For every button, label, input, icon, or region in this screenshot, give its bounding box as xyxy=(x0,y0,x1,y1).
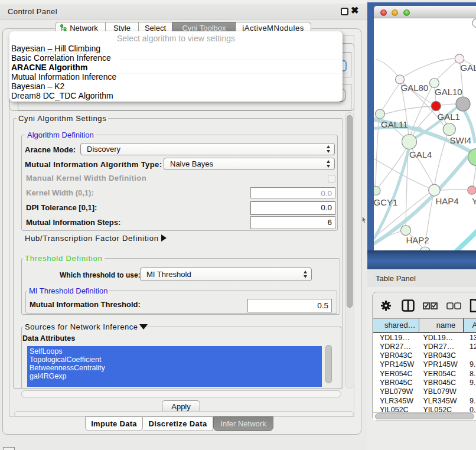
svg-text:Y: Y xyxy=(472,196,476,206)
svg-text:GAL4: GAL4 xyxy=(409,149,432,159)
svg-text:GAL: GAL xyxy=(461,63,476,73)
svg-text:GAL1: GAL1 xyxy=(438,112,460,122)
svg-text:GAL10: GAL10 xyxy=(435,87,462,97)
svg-text:GCY1: GCY1 xyxy=(374,197,397,207)
svg-text:HAP2: HAP2 xyxy=(406,235,429,245)
svg-text:GAL11: GAL11 xyxy=(381,119,408,129)
svg-text:HAP4: HAP4 xyxy=(436,196,459,206)
svg-text:SWI4: SWI4 xyxy=(450,135,472,145)
svg-text:GAL80: GAL80 xyxy=(401,83,429,93)
